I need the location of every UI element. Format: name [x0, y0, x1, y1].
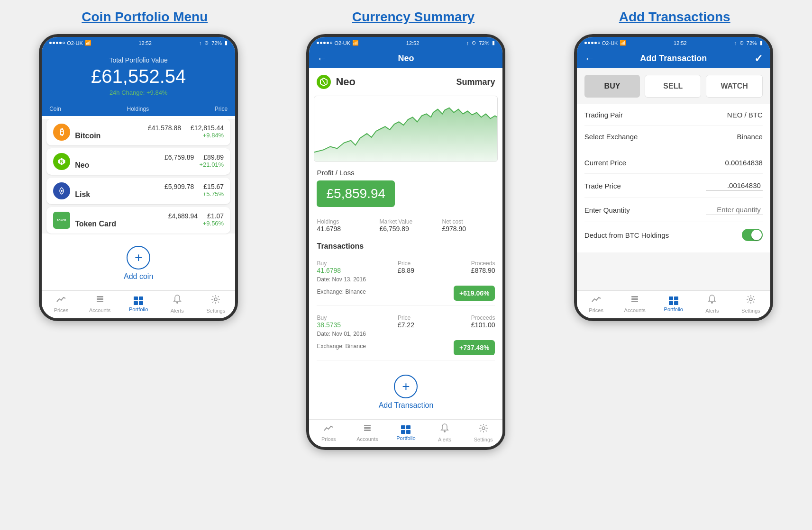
th-holdings: Holdings — [127, 106, 149, 112]
trans0-price-label: Price — [398, 260, 414, 267]
alerts-icon — [173, 295, 182, 306]
tab1-alerts[interactable]: Alerts — [158, 295, 197, 314]
buy-button[interactable]: BUY — [584, 75, 640, 98]
svg-point-14 — [482, 427, 485, 430]
svg-point-2 — [61, 190, 63, 192]
coin-item-bitcoin[interactable]: ₿ £41,578.88 £12,815.44 Bitcoin +9.84% — [46, 119, 230, 145]
phone2-status-bar: O2-UK 📶 12:52 ↑ ⊙ 72% ▮ — [309, 37, 502, 49]
transaction-item-1[interactable]: Buy 38.5735 Price £7.22 Proceeds £101.00… — [317, 310, 495, 360]
trans1-price: £7.22 — [398, 321, 414, 329]
trans1-type-label: Buy — [317, 314, 341, 321]
coin-item-lisk[interactable]: £5,909.78 £15.67 Lisk +5.75% — [46, 178, 230, 204]
tab3-settings[interactable]: Settings — [731, 295, 770, 314]
trans0-type-label: Buy — [317, 260, 341, 267]
th-price: Price — [215, 106, 228, 112]
carrier3: O2-UK — [602, 40, 618, 46]
phone3-status-bar: O2-UK 📶 12:52 ↑ ⊙ 72% ▮ — [577, 37, 770, 49]
svg-line-9 — [322, 80, 325, 84]
svg-point-18 — [711, 302, 713, 304]
time2: 12:52 — [406, 40, 420, 46]
prices-icon2 — [324, 424, 333, 435]
alarm-icon3: ⊙ — [739, 40, 744, 46]
alarm-icon1: ⊙ — [204, 40, 209, 46]
net-cost-key: Net cost — [442, 218, 495, 225]
svg-rect-10 — [364, 425, 371, 426]
tokencard-price: £1.07 — [207, 212, 224, 220]
accounts-icon3 — [630, 295, 639, 306]
quantity-row[interactable]: Enter Quantity — [584, 198, 763, 222]
tab3-portfolio-label: Portfolio — [664, 306, 683, 312]
alerts-icon2 — [440, 423, 449, 435]
battery-icon3: ▮ — [760, 40, 763, 46]
trade-price-input[interactable] — [706, 180, 763, 191]
coin-item-tokencard[interactable]: token £4,689.94 £1.07 Token Card +9.56% — [46, 207, 230, 234]
market-value-val: £6,759.89 — [379, 225, 432, 233]
svg-rect-15 — [631, 296, 638, 297]
add-coin-label: Add coin — [124, 272, 153, 281]
trans1-amount: 38.5735 — [317, 321, 341, 329]
carrier1: O2-UK — [67, 40, 83, 46]
tab1-accounts[interactable]: Accounts — [81, 295, 119, 313]
alerts-icon3 — [708, 295, 716, 306]
svg-rect-12 — [364, 430, 371, 431]
sell-button[interactable]: SELL — [645, 75, 701, 98]
tab1-accounts-label: Accounts — [89, 307, 110, 313]
tab2-portfolio[interactable]: Portfolio — [387, 425, 426, 441]
coin-table-header: Coin Holdings Price — [42, 104, 235, 116]
accounts-icon — [96, 295, 104, 306]
carrier2: O2-UK — [334, 40, 350, 46]
watch-button[interactable]: WATCH — [706, 75, 762, 98]
net-cost-val: £978.90 — [442, 225, 495, 233]
tab2-prices[interactable]: Prices — [309, 424, 348, 442]
tab2-portfolio-label: Portfolio — [396, 435, 415, 441]
phone3-nav-title: Add Transaction — [640, 54, 707, 63]
profit-loss-label: Profit / Loss — [317, 169, 495, 177]
neo-holding: £6,759.89 — [164, 153, 194, 161]
tab3-portfolio[interactable]: Portfolio — [654, 296, 693, 312]
coin-item-neo[interactable]: N £6,759.89 £89.89 Neo +21.01% — [46, 148, 230, 175]
add-transaction-button[interactable]: + Add Transaction — [309, 365, 502, 419]
net-cost-item: Net cost £978.90 — [442, 218, 495, 233]
toggle-knob — [751, 230, 762, 240]
holdings-key: Holdings — [317, 218, 370, 225]
bitcoin-price: £12,815.44 — [191, 124, 224, 132]
tab2-alerts[interactable]: Alerts — [425, 423, 464, 442]
portfolio-icon3 — [669, 296, 678, 305]
market-value-key: Market Value — [379, 218, 432, 225]
deduct-toggle[interactable] — [742, 229, 763, 241]
current-price-label: Current Price — [584, 159, 626, 167]
tab3-alerts[interactable]: Alerts — [693, 295, 732, 314]
tab1-settings[interactable]: Settings — [197, 295, 236, 314]
confirm-checkmark[interactable]: ✓ — [754, 53, 763, 65]
tokencard-icon: token — [53, 212, 70, 229]
form-section-2: Current Price 0.00164838 Trade Price Ent… — [577, 152, 770, 248]
phone2: O2-UK 📶 12:52 ↑ ⊙ 72% ▮ ← Neo Neo Summar… — [306, 34, 505, 450]
bitcoin-name: Bitcoin — [75, 132, 100, 140]
phone1-title: Coin Portfolio Menu — [82, 9, 208, 25]
phone1-tab-bar: Prices Accounts Portfolio — [42, 290, 235, 318]
phone1-status-bar: O2-UK 📶 12:52 ↑ ⊙ 72% ▮ — [42, 37, 235, 49]
tab1-portfolio[interactable]: Portfolio — [119, 296, 158, 312]
trans-type-selector: BUY SELL WATCH — [577, 68, 770, 104]
back-arrow2[interactable]: ← — [317, 53, 327, 65]
tab3-accounts[interactable]: Accounts — [615, 295, 654, 313]
add-coin-button[interactable]: + Add coin — [42, 236, 235, 290]
tab3-prices[interactable]: Prices — [577, 295, 616, 313]
trade-price-row[interactable]: Trade Price — [584, 174, 763, 198]
neo-chart — [314, 96, 498, 162]
tokencard-holding: £4,689.94 — [168, 212, 198, 220]
neo-change: +21.01% — [199, 161, 224, 170]
tab1-prices[interactable]: Prices — [42, 295, 81, 313]
current-price-value: 0.00164838 — [725, 159, 763, 167]
back-arrow3[interactable]: ← — [584, 53, 595, 65]
trans0-proceeds: £878.90 — [471, 267, 495, 274]
tab2-settings-label: Settings — [474, 437, 493, 442]
quantity-input[interactable] — [706, 205, 763, 215]
tab2-settings[interactable]: Settings — [464, 423, 503, 442]
portfolio-header: Total Portfolio Value £61,552.54 24h Cha… — [42, 49, 235, 104]
transaction-item-0[interactable]: Buy 41.6798 Price £8.89 Proceeds £878.90… — [317, 255, 495, 306]
exchange-row[interactable]: Select Exchange Binance — [584, 126, 763, 147]
tab2-accounts[interactable]: Accounts — [348, 424, 387, 442]
prices-icon3 — [592, 295, 601, 306]
phone2-nav-title: Neo — [398, 54, 414, 63]
